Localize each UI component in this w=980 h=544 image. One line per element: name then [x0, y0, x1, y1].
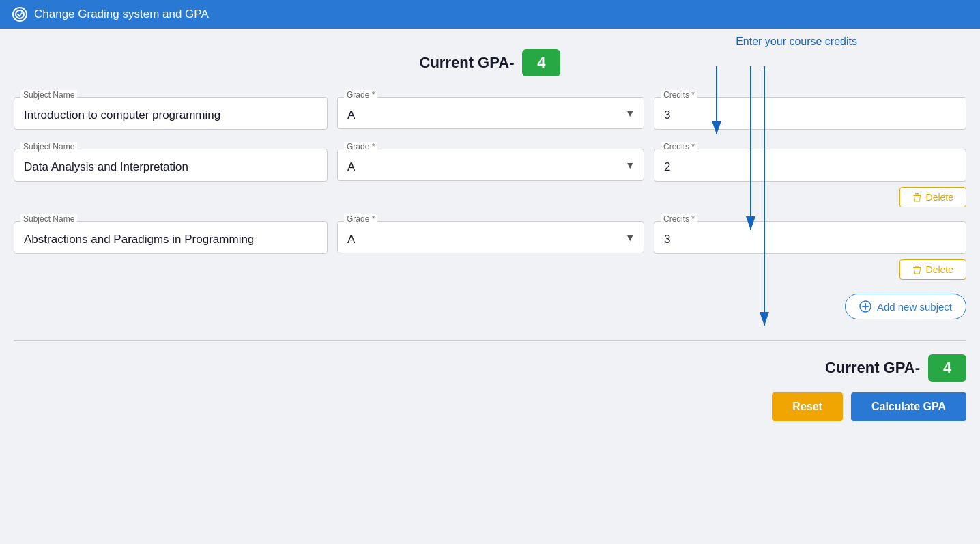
subject-name-input-2[interactable] — [14, 149, 328, 182]
credits-field-3: Credits * — [654, 221, 966, 254]
credits-label-3: Credits * — [661, 214, 697, 224]
subject-name-field-3: Subject Name — [14, 221, 328, 254]
reset-button[interactable]: Reset — [772, 392, 843, 421]
bottom-separator — [14, 340, 966, 341]
top-gpa-label: Current GPA- — [420, 54, 515, 72]
credits-label-2: Credits * — [661, 142, 697, 152]
subject-row-2: Subject Name Grade * AA+A-B+ BB-C+C C-DF… — [14, 149, 966, 182]
grade-select-2[interactable]: AA+A-B+ BB-C+C C-DF — [337, 149, 644, 181]
delete-row-2: Delete — [14, 187, 966, 207]
add-subject-row: Add new subject — [14, 294, 966, 319]
top-gpa-badge: 4 — [522, 49, 560, 76]
subject-name-label-1: Subject Name — [20, 90, 77, 100]
delete-icon-2 — [912, 192, 922, 202]
grade-select-1[interactable]: AA+A-B+ BB-C+C C-DF — [337, 97, 644, 129]
svg-rect-6 — [915, 193, 919, 195]
top-bar: Change Grading system and GPA — [0, 0, 980, 29]
credits-input-1[interactable] — [654, 97, 966, 130]
subject-name-field-2: Subject Name — [14, 149, 328, 182]
grade-field-1: Grade * AA+A-B+ BB-C+C C-DF ▼ — [337, 97, 644, 129]
subject-row-1: Subject Name Grade * AA+A-B+ BB-C+C C-DF… — [14, 97, 966, 130]
bottom-gpa-badge: 4 — [928, 354, 966, 382]
grade-select-wrapper-1: AA+A-B+ BB-C+C C-DF ▼ — [337, 97, 644, 129]
bottom-gpa-label: Current GPA- — [825, 359, 920, 377]
grade-label-3: Grade * — [344, 214, 377, 224]
credits-input-2[interactable] — [654, 149, 966, 182]
main-content: Enter your course credits Current GPA- 4… — [0, 29, 980, 435]
subject-row-3: Subject Name Grade * AA+A-B+ BB-C+C C-DF… — [14, 221, 966, 254]
top-gpa-row: Current GPA- 4 — [14, 49, 966, 76]
action-buttons: Reset Calculate GPA — [14, 392, 966, 421]
grade-select-wrapper-2: AA+A-B+ BB-C+C C-DF ▼ — [337, 149, 644, 181]
delete-icon-3 — [912, 265, 922, 274]
bottom-gpa-row: Current GPA- 4 — [14, 354, 966, 382]
delete-button-2[interactable]: Delete — [899, 187, 966, 207]
grade-select-wrapper-3: AA+A-B+ BB-C+C C-DF ▼ — [337, 221, 644, 253]
subject-name-input-1[interactable] — [14, 97, 328, 130]
credits-input-3[interactable] — [654, 221, 966, 254]
svg-rect-8 — [915, 266, 919, 267]
delete-button-3[interactable]: Delete — [899, 259, 966, 280]
subject-name-label-2: Subject Name — [20, 142, 77, 152]
credits-field-1: Credits * — [654, 97, 966, 130]
credits-label-1: Credits * — [661, 90, 697, 100]
grade-label-2: Grade * — [344, 142, 377, 152]
add-icon — [859, 300, 871, 313]
annotation-text: Enter your course credits — [736, 35, 857, 48]
grade-label-1: Grade * — [344, 90, 377, 100]
credits-field-2: Credits * — [654, 149, 966, 182]
change-grading-icon — [12, 7, 27, 22]
subject-name-input-3[interactable] — [14, 221, 328, 254]
grade-field-2: Grade * AA+A-B+ BB-C+C C-DF ▼ — [337, 149, 644, 181]
svg-point-0 — [16, 10, 24, 18]
top-bar-title: Change Grading system and GPA — [34, 8, 209, 21]
grade-field-3: Grade * AA+A-B+ BB-C+C C-DF ▼ — [337, 221, 644, 253]
add-subject-button[interactable]: Add new subject — [845, 294, 966, 319]
grade-select-3[interactable]: AA+A-B+ BB-C+C C-DF — [337, 221, 644, 253]
subject-name-field-1: Subject Name — [14, 97, 328, 130]
subject-name-label-3: Subject Name — [20, 214, 77, 224]
calculate-gpa-button[interactable]: Calculate GPA — [851, 392, 966, 421]
delete-row-3: Delete — [14, 259, 966, 280]
